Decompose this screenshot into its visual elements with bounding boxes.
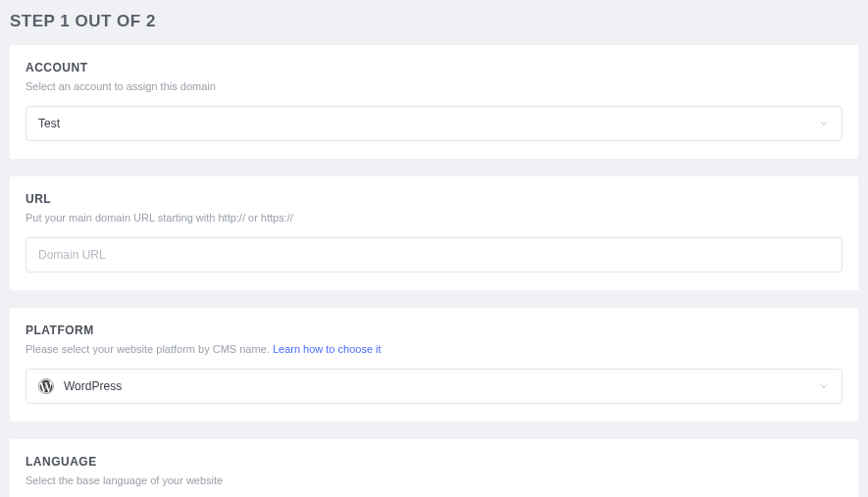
platform-learn-link[interactable]: Learn how to choose it xyxy=(273,343,382,355)
platform-label: PLATFORM xyxy=(26,323,842,337)
account-section: ACCOUNT Select an account to assign this… xyxy=(10,45,858,159)
platform-select-value: WordPress xyxy=(64,379,122,393)
language-description: Select the base language of your website xyxy=(26,474,842,486)
chevron-down-icon xyxy=(818,118,830,129)
account-description: Select an account to assign this domain xyxy=(26,80,842,92)
account-select[interactable]: Test xyxy=(26,106,842,141)
language-section: LANGUAGE Select the base language of you… xyxy=(10,439,858,497)
platform-description-text: Please select your website platform by C… xyxy=(26,343,273,355)
platform-section: PLATFORM Please select your website plat… xyxy=(10,308,858,422)
chevron-down-icon xyxy=(818,380,830,392)
url-description: Put your main domain URL starting with h… xyxy=(26,212,842,224)
url-section: URL Put your main domain URL starting wi… xyxy=(10,176,858,290)
url-input-wrap xyxy=(26,237,842,273)
platform-description: Please select your website platform by C… xyxy=(26,343,842,355)
account-label: ACCOUNT xyxy=(26,61,842,75)
page-title: STEP 1 OUT OF 2 xyxy=(0,0,868,45)
url-label: URL xyxy=(26,192,842,206)
language-label: LANGUAGE xyxy=(26,455,842,469)
wordpress-icon xyxy=(38,378,54,394)
platform-select[interactable]: WordPress xyxy=(26,369,842,404)
url-input[interactable] xyxy=(38,248,830,262)
account-select-value: Test xyxy=(38,117,818,130)
